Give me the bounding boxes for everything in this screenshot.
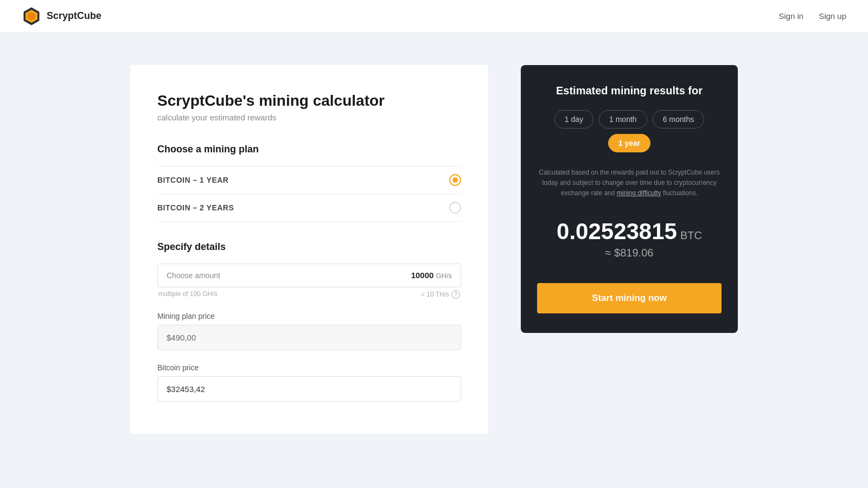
amount-label: Choose amount bbox=[167, 271, 220, 280]
amount-hint-left: multiple of 100 GH/s bbox=[158, 290, 218, 299]
results-title: Estimated mining results for bbox=[537, 85, 722, 97]
bitcoin-price-label: Bitcoin price bbox=[157, 363, 461, 372]
question-icon[interactable]: ? bbox=[451, 290, 460, 299]
period-tabs: 1 day 1 month 6 months 1 year bbox=[537, 110, 722, 152]
navbar-links: Sign in Sign up bbox=[778, 11, 846, 21]
mining-plan-price-label: Mining plan price bbox=[157, 312, 461, 320]
specify-section: Specify details Choose amount 10000GH/s … bbox=[157, 241, 461, 402]
btc-value: 0.02523815 bbox=[557, 219, 677, 244]
radio-btc-2y[interactable] bbox=[449, 202, 461, 214]
plan-label-btc-1y: BITCOIN – 1 YEAR bbox=[157, 176, 228, 184]
amount-hint-right: = 10 TH/s ? bbox=[421, 290, 460, 299]
amount-hint-right-text: = 10 TH/s bbox=[421, 291, 449, 298]
logo-icon bbox=[22, 7, 41, 26]
right-panel: Estimated mining results for 1 day 1 mon… bbox=[521, 65, 738, 333]
plan-option-btc-2y[interactable]: BITCOIN – 2 YEARS bbox=[157, 194, 461, 222]
disclaimer-suffix: fluctuations. bbox=[661, 189, 698, 197]
btc-amount-display: 0.02523815BTC bbox=[537, 219, 722, 245]
amount-hint: multiple of 100 GH/s = 10 TH/s ? bbox=[157, 290, 461, 299]
bitcoin-price-input[interactable] bbox=[157, 376, 461, 402]
left-panel: ScryptCube's mining calculator calculate… bbox=[130, 65, 488, 434]
tab-1year[interactable]: 1 year bbox=[608, 134, 650, 152]
brand: ScryptCube bbox=[22, 7, 101, 26]
start-mining-button[interactable]: Start mining now bbox=[537, 283, 722, 313]
usd-amount-display: ≈ $819.06 bbox=[537, 247, 722, 259]
plan-section-title: Choose a mining plan bbox=[157, 144, 461, 155]
main-container: ScryptCube's mining calculator calculate… bbox=[108, 33, 760, 455]
radio-inner-btc-1y bbox=[452, 177, 458, 183]
details-section-title: Specify details bbox=[157, 241, 461, 253]
plan-option-btc-1y[interactable]: BITCOIN – 1 YEAR bbox=[157, 166, 461, 194]
disclaimer-text: Calculated based on the rewards paid out… bbox=[537, 168, 722, 199]
btc-unit: BTC bbox=[680, 229, 702, 241]
amount-input-row[interactable]: Choose amount 10000GH/s bbox=[157, 264, 461, 287]
plan-label-btc-2y: BITCOIN – 2 YEARS bbox=[157, 203, 234, 212]
mining-difficulty-link[interactable]: mining difficulty bbox=[617, 189, 661, 197]
tab-1month[interactable]: 1 month bbox=[599, 110, 647, 129]
amount-value: 10000 bbox=[411, 271, 434, 280]
radio-btc-1y[interactable] bbox=[449, 174, 461, 186]
tab-1day[interactable]: 1 day bbox=[554, 110, 593, 129]
amount-unit: GH/s bbox=[436, 272, 452, 280]
tab-6months[interactable]: 6 months bbox=[653, 110, 705, 129]
page-title: ScryptCube's mining calculator bbox=[157, 92, 461, 110]
brand-name: ScryptCube bbox=[47, 10, 101, 22]
amount-display: 10000GH/s bbox=[411, 271, 452, 280]
sign-in-link[interactable]: Sign in bbox=[778, 11, 803, 21]
navbar: ScryptCube Sign in Sign up bbox=[0, 0, 868, 33]
sign-up-link[interactable]: Sign up bbox=[819, 11, 846, 21]
mining-plan-price-input: $490,00 bbox=[157, 325, 461, 350]
page-subtitle: calculate your estimated rewards bbox=[157, 113, 461, 122]
